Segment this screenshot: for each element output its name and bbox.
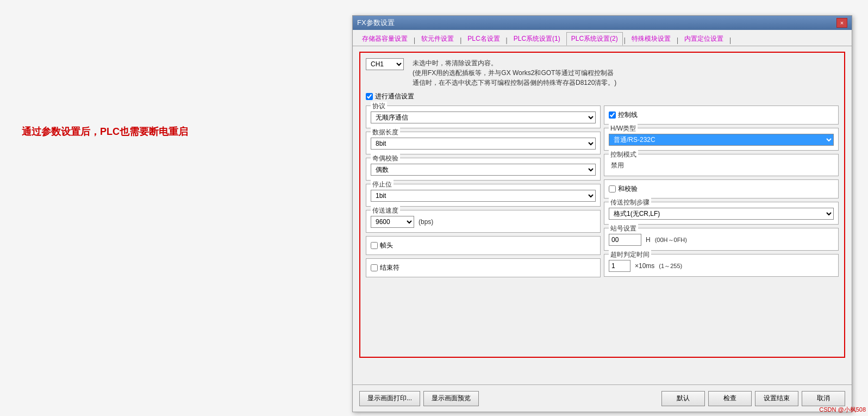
hw-type-inner: 普通/RS-232C RS-485/RS-422 GOT透明 xyxy=(609,134,834,146)
timeout-group: 超时判定时间 ×10ms (1～255) xyxy=(604,254,839,277)
transfer-control-group: 传送控制步骤 格式1(无CR,LF) 格式4(有CR,LF) xyxy=(604,202,839,225)
data-length-select[interactable]: 7bit 8bit xyxy=(371,138,596,150)
comm-checkbox[interactable] xyxy=(366,93,373,100)
tab-positioning[interactable]: 内置定位设置 xyxy=(679,32,728,46)
header-group: 帧头 xyxy=(366,236,601,255)
trailer-label: 结束符 xyxy=(380,263,399,272)
tab-memory[interactable]: 存储器容量设置 xyxy=(357,32,413,46)
sum-check-group: 和校验 xyxy=(604,179,839,198)
station-input[interactable] xyxy=(609,234,641,246)
timeout-input[interactable] xyxy=(609,260,630,272)
station-label: 站号设置 xyxy=(609,224,638,233)
tab-special-module[interactable]: 特殊模块设置 xyxy=(627,32,676,46)
transfer-control-label: 传送控制步骤 xyxy=(609,198,651,207)
hw-type-group: H/W类型 普通/RS-232C RS-485/RS-422 GOT透明 xyxy=(604,128,839,151)
baud-rate-group: 传送速度 300 600 1200 2400 4800 9600 19200 xyxy=(366,210,601,233)
data-length-group: 数据长度 7bit 8bit xyxy=(366,132,601,154)
timeout-range: (1～255) xyxy=(659,262,682,270)
header-label: 帧头 xyxy=(380,241,393,250)
close-button[interactable]: × xyxy=(836,18,847,28)
tab-plc-system2[interactable]: PLC系统设置(2) xyxy=(566,32,623,46)
baud-rate-label: 传送速度 xyxy=(371,206,400,215)
fx-settings-dialog: FX参数设置 × 存储器容量设置 | 软元件设置 | PLC名设置 | PLC系… xyxy=(352,15,852,412)
parity-label: 奇偶校验 xyxy=(371,154,400,163)
hw-type-label: H/W类型 xyxy=(609,124,638,133)
control-line-checkbox[interactable] xyxy=(609,111,616,119)
header-checkbox[interactable] xyxy=(371,242,378,249)
stop-bit-inner: 1bit 2bit xyxy=(371,190,596,202)
bps-unit: (bps) xyxy=(419,218,433,226)
dialog-titlebar: FX参数设置 × xyxy=(353,16,852,30)
station-inner: H (00H～0FH) xyxy=(609,234,834,246)
timeout-label: 超时判定时间 xyxy=(609,250,651,259)
sum-check-label: 和校验 xyxy=(618,184,638,194)
timeout-unit: ×10ms xyxy=(635,262,654,270)
trailer-group: 结束符 xyxy=(366,258,601,277)
left-column: 协议 无顺序通信 专用协议通信 变频器通信 非过程协议 xyxy=(366,105,601,277)
left-annotation-text: 通过参数设置后，PLC也需要断电重启 xyxy=(22,125,188,138)
control-mode-value: 禁用 xyxy=(609,160,626,171)
tab-plc-name[interactable]: PLC名设置 xyxy=(463,32,504,46)
control-mode-label: 控制模式 xyxy=(609,150,638,159)
control-mode-inner: 禁用 xyxy=(609,160,834,171)
data-length-inner: 7bit 8bit xyxy=(371,138,596,150)
parity-group: 奇偶校验 无 奇数 偶数 xyxy=(366,158,601,181)
station-range: (00H～0FH) xyxy=(655,236,687,244)
stop-bit-select[interactable]: 1bit 2bit xyxy=(371,190,596,202)
tab-plc-system1[interactable]: PLC系统设置(1) xyxy=(509,32,565,46)
ch-select[interactable]: CH1 CH2 xyxy=(366,58,404,70)
baud-rate-inner: 300 600 1200 2400 4800 9600 19200 38400 … xyxy=(371,216,596,228)
ch-dropdown-group: CH1 CH2 xyxy=(366,58,404,70)
dialog-title: FX参数设置 xyxy=(357,18,395,28)
comm-checkbox-row: 进行通信设置 xyxy=(366,92,839,101)
sum-check-checkbox[interactable] xyxy=(609,185,616,193)
description-text: 未选中时，将清除设置内容。 (使用FX用的选配插板等，并与GX Works2和G… xyxy=(413,58,839,88)
trailer-checkbox[interactable] xyxy=(371,264,378,271)
stop-bit-label: 停止位 xyxy=(371,180,394,189)
content-area: CH1 CH2 未选中时，将清除设置内容。 (使用FX用的选配插板等，并与GX … xyxy=(359,52,845,358)
control-mode-group: 控制模式 禁用 xyxy=(604,154,839,176)
stop-bit-group: 停止位 1bit 2bit xyxy=(366,184,601,207)
baud-rate-select[interactable]: 300 600 1200 2400 4800 9600 19200 38400 xyxy=(371,216,414,228)
hw-type-select[interactable]: 普通/RS-232C RS-485/RS-422 GOT透明 xyxy=(609,134,834,146)
data-length-label: 数据长度 xyxy=(371,128,400,137)
dialog-body: CH1 CH2 未选中时，将清除设置内容。 (使用FX用的选配插板等，并与GX … xyxy=(353,46,852,390)
page-background: 通过参数设置后，PLC也需要断电重启 FX参数设置 × 存储器容量设置 | 软元… xyxy=(0,0,868,416)
protocol-group: 协议 无顺序通信 专用协议通信 变频器通信 非过程协议 xyxy=(366,105,601,128)
parity-select[interactable]: 无 奇数 偶数 xyxy=(371,164,596,176)
comm-checkbox-label: 进行通信设置 xyxy=(375,92,414,101)
protocol-label: 协议 xyxy=(371,102,387,111)
parity-inner: 无 奇数 偶数 xyxy=(371,164,596,176)
dialog-buttons: 显示画面打印... 显示画面预览 默认 检查 设置结束 取消 xyxy=(353,384,852,390)
protocol-inner: 无顺序通信 专用协议通信 变频器通信 非过程协议 xyxy=(371,111,596,123)
watermark: CSDN @小枫508 xyxy=(819,406,866,414)
tab-bar: 存储器容量设置 | 软元件设置 | PLC名设置 | PLC系统设置(1) PL… xyxy=(353,30,852,46)
tab-device[interactable]: 软元件设置 xyxy=(416,32,459,46)
timeout-inner: ×10ms (1～255) xyxy=(609,260,834,272)
right-column: 控制线 H/W类型 普通/RS-232C RS-485/RS-422 GOT透明 xyxy=(604,105,839,277)
control-line-label: 控制线 xyxy=(618,110,638,120)
station-group: 站号设置 H (00H～0FH) xyxy=(604,228,839,251)
top-row: CH1 CH2 未选中时，将清除设置内容。 (使用FX用的选配插板等，并与GX … xyxy=(366,58,839,88)
transfer-control-select[interactable]: 格式1(无CR,LF) 格式4(有CR,LF) xyxy=(609,208,834,220)
h-unit: H xyxy=(646,236,651,244)
transfer-control-inner: 格式1(无CR,LF) 格式4(有CR,LF) xyxy=(609,208,834,220)
protocol-select[interactable]: 无顺序通信 专用协议通信 变频器通信 非过程协议 xyxy=(371,111,596,123)
control-line-group: 控制线 xyxy=(604,105,839,125)
settings-main: 协议 无顺序通信 专用协议通信 变频器通信 非过程协议 xyxy=(366,105,839,277)
